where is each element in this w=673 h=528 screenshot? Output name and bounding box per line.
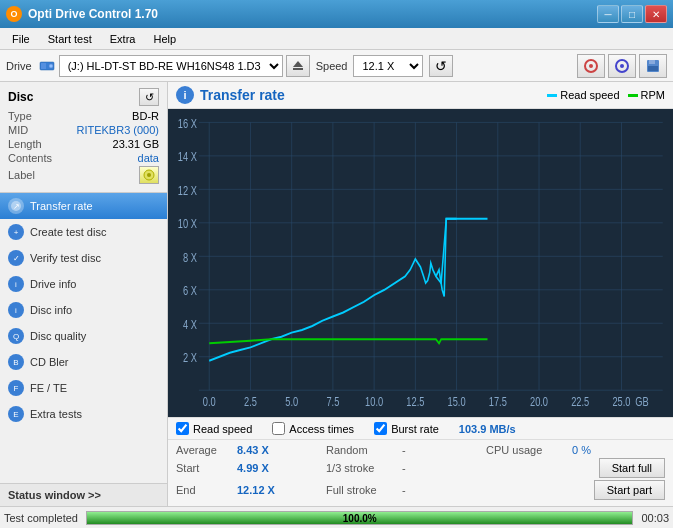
nav-label-drive-info: Drive info <box>30 278 76 290</box>
window-controls: ─ □ ✕ <box>597 5 667 23</box>
drive-selector-group: (J:) HL-DT-ST BD-RE WH16NS48 1.D3 <box>38 55 310 77</box>
nav-item-drive-info[interactable]: i Drive info <box>0 271 167 297</box>
svg-rect-11 <box>648 66 658 71</box>
read-speed-checkbox[interactable] <box>176 422 189 435</box>
mid-label: MID <box>8 124 28 136</box>
disc-read-button[interactable] <box>608 54 636 78</box>
chart-title: Transfer rate <box>200 87 285 103</box>
drive-icon <box>38 57 56 75</box>
full-stroke-label: Full stroke <box>326 484 396 496</box>
svg-text:8 X: 8 X <box>183 250 197 263</box>
stats-panel: Average 8.43 X Random - CPU usage 0 % St… <box>168 440 673 506</box>
refresh-button[interactable]: ↺ <box>429 55 453 77</box>
verify-test-disc-icon: ✓ <box>8 250 24 266</box>
menu-bar: File Start test Extra Help <box>0 28 673 50</box>
average-value: 8.43 X <box>237 444 277 456</box>
full-stroke-value: - <box>402 484 422 496</box>
contents-value[interactable]: data <box>138 152 159 164</box>
minimize-button[interactable]: ─ <box>597 5 619 23</box>
start-label: Start <box>176 462 231 474</box>
access-times-checkbox[interactable] <box>272 422 285 435</box>
svg-rect-4 <box>293 68 303 70</box>
burst-rate-checkbox-label[interactable]: Burst rate <box>374 422 439 435</box>
access-times-label: Access times <box>289 423 354 435</box>
nav-item-extra-tests[interactable]: E Extra tests <box>0 401 167 427</box>
stats-row-3: End 12.12 X Full stroke - Start part <box>176 480 665 500</box>
drive-select[interactable]: (J:) HL-DT-ST BD-RE WH16NS48 1.D3 <box>59 55 283 77</box>
start-part-button[interactable]: Start part <box>594 480 665 500</box>
legend-read-speed-label: Read speed <box>560 89 619 101</box>
status-window-button[interactable]: Status window >> <box>0 483 167 506</box>
svg-text:0.0: 0.0 <box>203 395 216 408</box>
disc-title: Disc <box>8 90 33 104</box>
status-bar: Test completed 100.0% 00:03 <box>0 506 673 528</box>
length-label: Length <box>8 138 42 150</box>
svg-text:F: F <box>14 384 19 393</box>
nav-item-fe-te[interactable]: F FE / TE <box>0 375 167 401</box>
svg-text:25.0: 25.0 <box>612 395 630 408</box>
burst-rate-checkbox[interactable] <box>374 422 387 435</box>
chart-icon: i <box>176 86 194 104</box>
title-bar: O Opti Drive Control 1.70 ─ □ ✕ <box>0 0 673 28</box>
svg-text:+: + <box>14 228 19 237</box>
svg-text:5.0: 5.0 <box>285 395 298 408</box>
svg-point-6 <box>589 64 593 68</box>
start-full-button[interactable]: Start full <box>599 458 665 478</box>
menu-help[interactable]: Help <box>145 31 184 47</box>
nav-item-create-test-disc[interactable]: + Create test disc <box>0 219 167 245</box>
chart-svg: 16 X 14 X 12 X 10 X 8 X 6 X 4 X 2 X 0.0 … <box>168 109 673 417</box>
svg-point-13 <box>147 173 151 177</box>
nav-label-fe-te: FE / TE <box>30 382 67 394</box>
svg-text:2 X: 2 X <box>183 351 197 364</box>
random-label: Random <box>326 444 396 456</box>
average-label: Average <box>176 444 231 456</box>
save-button[interactable] <box>639 54 667 78</box>
menu-start-test[interactable]: Start test <box>40 31 100 47</box>
svg-text:↗: ↗ <box>13 202 20 211</box>
read-speed-checkbox-label[interactable]: Read speed <box>176 422 252 435</box>
svg-text:GB: GB <box>635 395 648 408</box>
svg-text:22.5: 22.5 <box>571 395 589 408</box>
maximize-button[interactable]: □ <box>621 5 643 23</box>
disc-refresh-button[interactable]: ↺ <box>139 88 159 106</box>
legend-rpm-label: RPM <box>641 89 665 101</box>
drive-label: Drive <box>6 60 32 72</box>
contents-label: Contents <box>8 152 52 164</box>
nav-label-cd-bler: CD Bler <box>30 356 69 368</box>
nav-item-cd-bler[interactable]: B CD Bler <box>0 349 167 375</box>
close-button[interactable]: ✕ <box>645 5 667 23</box>
nav-item-verify-test-disc[interactable]: ✓ Verify test disc <box>0 245 167 271</box>
menu-extra[interactable]: Extra <box>102 31 144 47</box>
access-times-checkbox-label[interactable]: Access times <box>272 422 354 435</box>
svg-text:15.0: 15.0 <box>448 395 466 408</box>
right-panel: i Transfer rate Read speed RPM <box>168 82 673 506</box>
nav-item-transfer-rate[interactable]: ↗ Transfer rate <box>0 193 167 219</box>
stroke-1-3-label: 1/3 stroke <box>326 462 396 474</box>
speed-select[interactable]: 12.1 X <box>353 55 423 77</box>
svg-text:B: B <box>13 358 18 367</box>
label-icon-button[interactable] <box>139 166 159 184</box>
extra-tests-icon: E <box>8 406 24 422</box>
nav-label-disc-quality: Disc quality <box>30 330 86 342</box>
svg-text:2.5: 2.5 <box>244 395 257 408</box>
svg-text:i: i <box>15 306 17 315</box>
create-test-disc-icon: + <box>8 224 24 240</box>
type-label: Type <box>8 110 32 122</box>
svg-text:i: i <box>15 280 17 289</box>
disc-info-icon: i <box>8 302 24 318</box>
disc-write-button[interactable] <box>577 54 605 78</box>
cpu-usage-value: 0 % <box>572 444 612 456</box>
eject-button[interactable] <box>286 55 310 77</box>
svg-text:14 X: 14 X <box>178 150 197 163</box>
svg-point-2 <box>49 64 53 68</box>
nav-label-create-test-disc: Create test disc <box>30 226 106 238</box>
start-value: 4.99 X <box>237 462 277 474</box>
nav-item-disc-quality[interactable]: Q Disc quality <box>0 323 167 349</box>
menu-file[interactable]: File <box>4 31 38 47</box>
nav-item-disc-info[interactable]: i Disc info <box>0 297 167 323</box>
svg-text:6 X: 6 X <box>183 284 197 297</box>
stats-row-1: Average 8.43 X Random - CPU usage 0 % <box>176 444 665 456</box>
legend-read-speed-dot <box>547 94 557 97</box>
sidebar: Disc ↺ Type BD-R MID RITEKBR3 (000) Leng… <box>0 82 168 506</box>
chart-legend: Read speed RPM <box>547 89 665 101</box>
